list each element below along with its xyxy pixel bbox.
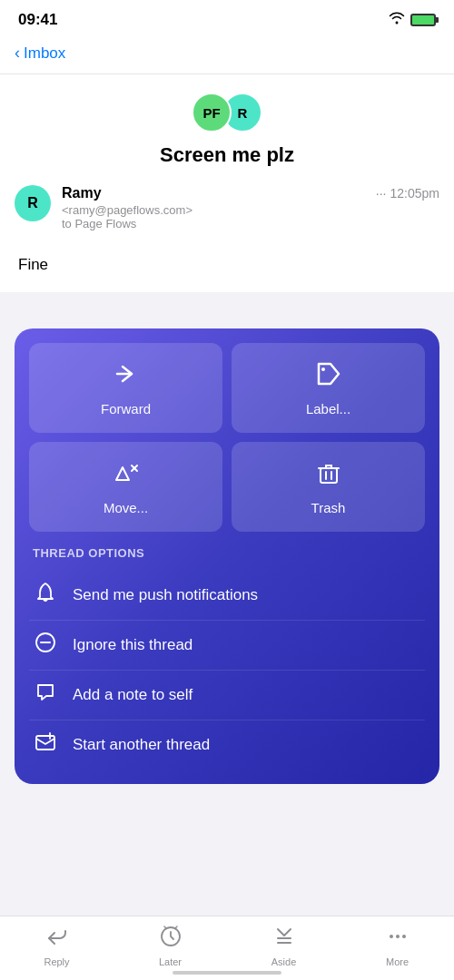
mail-plus-icon: [33, 731, 58, 759]
svg-point-13: [390, 935, 393, 938]
move-icon: [112, 458, 141, 491]
tab-later-label: Later: [159, 956, 182, 967]
email-body-text: Fine: [18, 256, 48, 273]
status-time: 09:41: [18, 11, 57, 29]
tab-aside-label: Aside: [271, 956, 297, 967]
home-indicator: [173, 971, 281, 975]
forward-label: Forward: [101, 401, 151, 416]
email-sender-addr: <ramy@pageflows.com>: [62, 203, 439, 217]
sender-avatar: R: [15, 185, 51, 221]
thread-option-start-label: Start another thread: [73, 736, 210, 754]
thread-options-header: THREAD OPTIONS: [29, 546, 425, 560]
label-label: Label...: [306, 401, 350, 416]
avatar-group: PF R: [192, 93, 262, 132]
wifi-icon: [389, 12, 405, 28]
trash-label: Trash: [311, 500, 346, 515]
sender-name: Ramy: [62, 185, 102, 201]
label-button[interactable]: Label...: [232, 343, 425, 433]
battery-icon: [410, 14, 436, 26]
move-button[interactable]: Move...: [29, 442, 222, 532]
forward-button[interactable]: Forward: [29, 343, 222, 433]
thread-option-ignore-label: Ignore this thread: [73, 636, 192, 654]
trash-icon: [314, 458, 343, 491]
thread-option-start[interactable]: Start another thread: [29, 720, 425, 769]
more-icon: [387, 926, 409, 953]
svg-point-15: [402, 935, 406, 938]
email-to: to Page Flows: [62, 217, 439, 230]
status-icons: [389, 12, 436, 28]
forward-icon: [112, 359, 141, 392]
thread-option-push[interactable]: Send me push notifications: [29, 571, 425, 621]
action-grid: Forward Label... Move...: [29, 343, 425, 532]
thread-option-note[interactable]: Add a note to self: [29, 671, 425, 720]
email-row: R Ramy ··· 12:05pm <ramy@pageflows.com> …: [15, 181, 439, 230]
status-bar: 09:41: [0, 0, 454, 36]
email-body: Fine: [0, 245, 454, 292]
minus-circle-icon: [33, 632, 58, 659]
thread-option-note-label: Add a note to self: [73, 686, 192, 704]
svg-rect-7: [36, 736, 54, 750]
back-label: Imbox: [24, 44, 65, 63]
chat-icon: [33, 681, 58, 709]
back-button[interactable]: ‹ Imbox: [15, 44, 65, 63]
ellipsis-icon: ···: [376, 186, 387, 201]
svg-rect-2: [321, 468, 337, 483]
tab-reply[interactable]: Reply: [0, 916, 114, 980]
thread-option-push-label: Send me push notifications: [73, 586, 258, 604]
email-meta-top: Ramy ··· 12:05pm: [62, 185, 439, 201]
back-chevron-icon: ‹: [15, 44, 20, 63]
content-spacer: [0, 292, 454, 328]
reply-icon: [46, 926, 68, 953]
action-menu: Forward Label... Move...: [15, 328, 439, 784]
email-header: PF R Screen me plz: [0, 74, 454, 181]
svg-point-0: [321, 368, 325, 371]
email-subject: Screen me plz: [160, 143, 294, 167]
bell-icon: [33, 582, 58, 609]
tab-more-label: More: [386, 956, 409, 967]
email-message-container: R Ramy ··· 12:05pm <ramy@pageflows.com> …: [0, 181, 454, 245]
aside-icon: [273, 926, 295, 953]
avatar-pf: PF: [192, 93, 232, 132]
label-icon: [314, 359, 343, 392]
later-icon: [160, 926, 182, 953]
trash-button[interactable]: Trash: [232, 442, 425, 532]
email-time-group: ··· 12:05pm: [376, 186, 439, 201]
thread-option-ignore[interactable]: Ignore this thread: [29, 621, 425, 671]
tab-bar-spacer: [0, 784, 454, 866]
tab-more[interactable]: More: [340, 916, 454, 980]
svg-point-14: [396, 935, 400, 938]
email-meta: Ramy ··· 12:05pm <ramy@pageflows.com> to…: [62, 185, 439, 230]
move-label: Move...: [104, 500, 148, 515]
nav-bar: ‹ Imbox: [0, 36, 454, 74]
email-time: 12:05pm: [390, 186, 439, 201]
tab-reply-label: Reply: [44, 956, 69, 967]
